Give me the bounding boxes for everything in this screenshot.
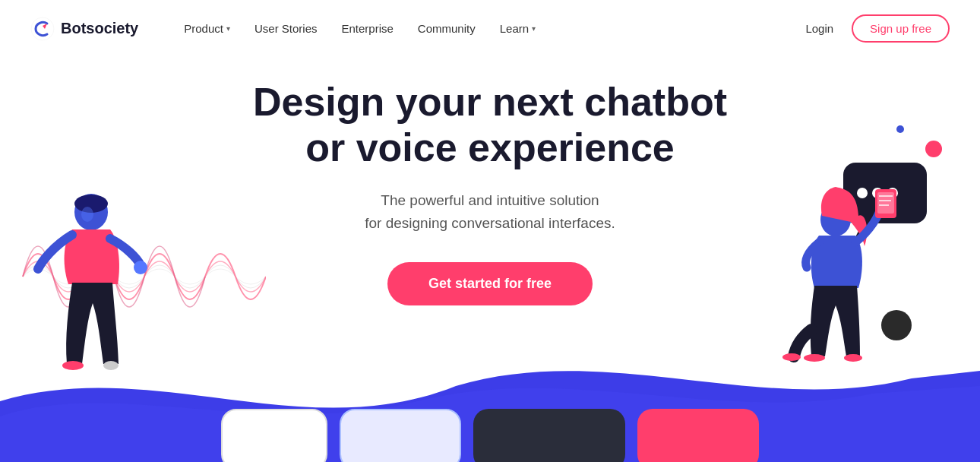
nav-enterprise[interactable]: Enterprise — [341, 22, 393, 35]
login-button[interactable]: Login — [805, 22, 833, 35]
learn-chevron-icon: ▾ — [532, 24, 536, 33]
preview-card-pink — [637, 409, 759, 462]
nav-product[interactable]: Product ▾ — [184, 22, 230, 35]
svg-point-5 — [62, 361, 84, 370]
svg-point-19 — [782, 353, 801, 361]
preview-card-dark — [473, 409, 625, 462]
svg-point-18 — [844, 354, 862, 362]
hero-title: Design your next chatbot or voice experi… — [15, 80, 965, 171]
hero-section: Design your next chatbot or voice experi… — [0, 57, 980, 462]
nav-user-stories[interactable]: User Stories — [254, 22, 318, 35]
nav-community[interactable]: Community — [418, 22, 476, 35]
hero-content: Design your next chatbot or voice experi… — [15, 80, 965, 305]
cta-button[interactable]: Get started for free — [387, 262, 593, 305]
product-chevron-icon: ▾ — [226, 24, 230, 33]
logo-link[interactable]: Botsociety — [30, 17, 138, 41]
nav-links: Product ▾ User Stories Enterprise Commun… — [184, 22, 805, 35]
preview-cards — [221, 409, 759, 462]
nav-learn[interactable]: Learn ▾ — [500, 22, 536, 35]
botsociety-logo-icon — [30, 17, 55, 41]
svg-point-6 — [103, 361, 119, 370]
hero-subtitle: The powerful and intuitive solution for … — [15, 189, 965, 236]
preview-card-white — [221, 409, 327, 462]
preview-card-blue-light — [340, 409, 461, 462]
svg-point-17 — [804, 354, 825, 362]
nav-actions: Login Sign up free — [805, 14, 950, 43]
logo-text: Botsociety — [61, 20, 138, 37]
navbar: Botsociety Product ▾ User Stories Enterp… — [0, 0, 980, 57]
signup-button[interactable]: Sign up free — [852, 14, 950, 43]
